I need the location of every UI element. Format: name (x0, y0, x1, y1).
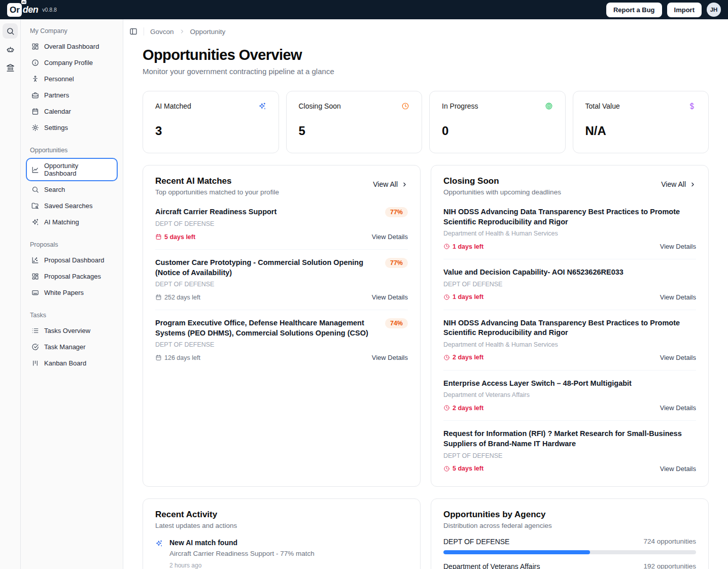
recent-activity-panel: Recent Activity Latest updates and actio… (143, 498, 421, 569)
app-version: v0.8.8 (42, 7, 57, 13)
section-label: My Company (26, 25, 118, 39)
sparkles-icon (258, 102, 266, 110)
stat-label: In Progress (442, 102, 478, 110)
view-all-link[interactable]: View All (373, 180, 408, 188)
view-details-link[interactable]: View Details (660, 465, 696, 473)
stat-card-total-value: Total Value N/A (573, 91, 709, 153)
opportunity-agency: DEPT OF DEFENSE (155, 341, 408, 348)
gear-icon (31, 124, 39, 131)
view-all-link[interactable]: View All (661, 180, 696, 188)
ai-match-item: Customer Care Prototyping - Commercial S… (155, 249, 408, 310)
sidebar-item-search[interactable]: Search (26, 182, 118, 197)
calendar-icon (155, 294, 162, 300)
opportunity-title[interactable]: Program Executive Office, Defense Health… (155, 318, 378, 338)
panel-subtitle: Distribution across federal agencies (443, 522, 552, 529)
closing-soon-item: NIH ODSS Advancing Data Transparency Bes… (443, 199, 696, 259)
sidebar-item-white-papers[interactable]: White Papers (26, 285, 118, 300)
opportunity-title[interactable]: Customer Care Prototyping - Commercial S… (155, 258, 378, 278)
closing-soon-panel: Closing Soon Opportunities with upcoming… (431, 165, 709, 487)
opportunities-by-agency-panel: Opportunities by Agency Distribution acr… (431, 498, 709, 569)
days-left: 1 days left (443, 293, 483, 300)
sidebar-item-kanban-board[interactable]: Kanban Board (26, 355, 118, 371)
closing-soon-item: Request for Information (RFI) ? Market R… (443, 420, 696, 481)
sidebar-section-tasks: Tasks Tasks Overview Task Manager Kanban… (26, 310, 118, 371)
view-details-link[interactable]: View Details (372, 354, 408, 361)
sidebar-item-personnel[interactable]: Personnel (26, 71, 118, 87)
sidebar-item-ai-matching[interactable]: AI Matching (26, 214, 118, 230)
app-logo[interactable]: OrAI den v0.8.8 (7, 3, 57, 17)
sidebar-item-proposal-packages[interactable]: Proposal Packages (26, 269, 118, 284)
logo-mark: OrAI (7, 3, 22, 17)
briefcase-icon (31, 91, 39, 99)
report-bug-button[interactable]: Report a Bug (606, 3, 662, 17)
calendar-icon (155, 233, 162, 240)
agency-count: 724 opportunities (643, 538, 696, 545)
clock-icon (443, 465, 450, 472)
sidebar-toggle-button[interactable] (129, 27, 137, 36)
opportunity-title[interactable]: Request for Information (RFI) ? Market R… (443, 429, 696, 449)
sidebar-item-proposal-dashboard[interactable]: Proposal Dashboard (26, 252, 118, 268)
view-details-link[interactable]: View Details (372, 293, 408, 301)
match-percent-badge: 77% (385, 207, 408, 217)
panel-subtitle: Opportunities with upcoming deadlines (443, 188, 561, 196)
page-title: Opportunities Overview (143, 47, 709, 63)
top-bar: OrAI den v0.8.8 Report a Bug Import JH (0, 0, 728, 19)
opportunity-title[interactable]: Aircraft Carrier Readiness Support (155, 207, 378, 217)
clock-icon (443, 243, 450, 250)
clock-icon (443, 405, 450, 411)
stat-value: N/A (585, 124, 697, 138)
import-button[interactable]: Import (667, 3, 702, 17)
stat-value: 5 (299, 124, 410, 138)
opportunity-agency: DEPT OF DEFENSE (443, 452, 696, 459)
panels-row-1: Recent AI Matches Top opportunities matc… (143, 165, 709, 487)
closing-soon-item: NIH ODSS Advancing Data Transparency Bes… (443, 310, 696, 370)
panel-subtitle: Top opportunities matched to your profil… (155, 188, 279, 196)
sidebar-item-settings[interactable]: Settings (26, 120, 118, 136)
sidebar-item-tasks-overview[interactable]: Tasks Overview (26, 323, 118, 339)
target-icon (545, 102, 553, 110)
sidebar-item-partners[interactable]: Partners (26, 87, 118, 103)
view-details-link[interactable]: View Details (660, 354, 696, 361)
rail-search-button[interactable] (3, 23, 18, 39)
view-details-link[interactable]: View Details (660, 293, 696, 301)
agency-name: DEPT OF DEFENSE (443, 538, 509, 546)
sidebar-item-saved-searches[interactable]: Saved Searches (26, 198, 118, 214)
activity-title: New AI match found (169, 539, 315, 547)
chevron-right-icon (689, 181, 696, 188)
breadcrumb-root[interactable]: Govcon (150, 28, 174, 36)
sidebar-item-company-profile[interactable]: Company Profile (26, 55, 118, 71)
activity-timestamp: 2 hours ago (169, 562, 315, 569)
opportunity-agency: DEPT OF DEFENSE (443, 281, 696, 288)
landmark-icon (6, 63, 15, 72)
breadcrumb: Govcon Opportunity (150, 28, 225, 36)
stat-label: AI Matched (155, 102, 191, 110)
sidebar-item-opportunity-dashboard[interactable]: Opportunity Dashboard (26, 158, 118, 181)
sidebar-item-overall-dashboard[interactable]: Overall Dashboard (26, 39, 118, 54)
rail-assistant-button[interactable] (3, 42, 18, 57)
opportunity-title[interactable]: NIH ODSS Advancing Data Transparency Bes… (443, 207, 696, 227)
view-details-link[interactable]: View Details (372, 233, 408, 241)
grid-icon (31, 273, 39, 280)
opportunity-title[interactable]: Value and Decision Capability- AOI N6523… (443, 267, 696, 278)
clock-icon (443, 294, 450, 300)
agency-progress-track (443, 550, 696, 554)
panel-title: Recent Activity (155, 510, 237, 520)
stat-card-ai-matched: AI Matched 3 (143, 91, 279, 153)
opportunity-title[interactable]: Enterprise Access Layer Switch – 48-Port… (443, 379, 696, 389)
rail-government-button[interactable] (3, 60, 18, 75)
sparkles-icon (155, 540, 163, 569)
clock-icon (443, 354, 450, 361)
days-left: 252 days left (155, 294, 200, 301)
opportunity-title[interactable]: NIH ODSS Advancing Data Transparency Bes… (443, 318, 696, 338)
search-icon (31, 186, 39, 193)
view-details-link[interactable]: View Details (660, 243, 696, 250)
match-percent-badge: 74% (385, 318, 408, 328)
stat-value: 0 (442, 124, 553, 138)
sidebar-item-task-manager[interactable]: Task Manager (26, 339, 118, 355)
breadcrumb-current: Opportunity (190, 28, 226, 36)
view-details-link[interactable]: View Details (660, 404, 696, 412)
sidebar-item-calendar[interactable]: Calendar (26, 104, 118, 119)
sidebar-section-proposals: Proposals Proposal Dashboard Proposal Pa… (26, 239, 118, 300)
user-avatar[interactable]: JH (707, 3, 721, 17)
header-actions: Report a Bug Import JH (606, 3, 721, 17)
